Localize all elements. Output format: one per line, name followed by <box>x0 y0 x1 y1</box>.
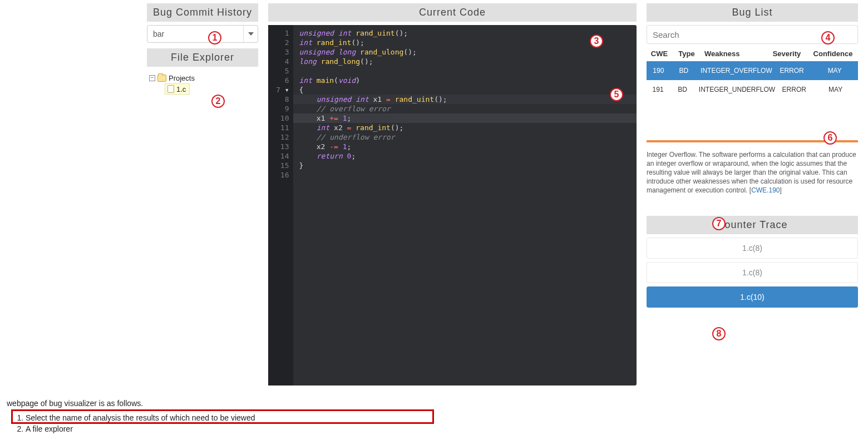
gutter-line: 11 <box>276 123 289 132</box>
bottom-intro: webpage of bug visualizer is as follows. <box>7 399 861 408</box>
trace-item[interactable]: 1.c(10) <box>647 286 858 308</box>
col-sev: Severity <box>766 50 808 58</box>
code-editor[interactable]: 1234567 ▾8910111213141516 unsigned int r… <box>268 25 637 385</box>
gutter-line: 14 <box>276 151 289 161</box>
code-line: return 0; <box>299 151 637 161</box>
code-line: unsigned int rand_uint(); <box>299 28 637 38</box>
counter-trace-header: Counter Trace <box>647 216 858 234</box>
bug-cell-type: BD <box>670 67 697 75</box>
gutter-line: 16 <box>276 170 289 180</box>
counter-trace-list: 1.c(8)1.c(8)1.c(10) <box>647 238 858 308</box>
gutter-line: 8 <box>276 95 289 104</box>
code-line: int x2 = rand_int(); <box>299 123 637 132</box>
code-line: x2 -= 1; <box>299 142 637 151</box>
bug-table-header: CWE Type Weakness Severity Confidence <box>647 48 858 61</box>
code-line: x1 += 1; <box>293 113 637 123</box>
bug-cell-weak: INTEGER_UNDERFLOW <box>696 86 775 93</box>
folder-icon <box>157 75 166 82</box>
bug-cell-cwe: 190 <box>647 67 670 75</box>
gutter-line: 3 <box>276 47 289 57</box>
gutter-line: 4 <box>276 57 289 66</box>
bug-list-header: Bug List <box>647 3 858 22</box>
code-line <box>299 66 637 76</box>
bug-description: Integer Overflow. The software performs … <box>647 150 858 195</box>
bug-commit-history-header: Bug Commit History <box>147 3 258 22</box>
bug-cell-weak: INTEGER_OVERFLOW <box>697 67 772 75</box>
code-line: unsigned long rand_ulong(); <box>299 47 637 57</box>
code-body[interactable]: unsigned int rand_uint();int rand_int();… <box>293 25 637 385</box>
current-code-header: Current Code <box>268 3 637 22</box>
bug-cell-conf: MAY <box>813 86 858 93</box>
file-explorer-header: File Explorer <box>147 48 258 67</box>
code-line: // overflow error <box>299 104 637 113</box>
code-line: int main(void) <box>299 76 637 85</box>
tree-file-1c[interactable]: 1.c <box>165 83 190 95</box>
bug-table: CWE Type Weakness Severity Confidence 19… <box>647 48 858 99</box>
gutter-line: 10 <box>276 113 289 123</box>
gutter-line: 6 <box>276 76 289 85</box>
tree-folder-projects[interactable]: − Projects <box>149 72 258 83</box>
bug-row[interactable]: 190BDINTEGER_OVERFLOWERRORMAY <box>647 61 858 80</box>
code-line: unsigned int x1 = rand_uint(); <box>293 95 637 104</box>
analysis-select[interactable]: bar <box>147 25 258 43</box>
code-line: // underflow error <box>299 132 637 142</box>
file-tree: − Projects 1.c <box>147 70 258 95</box>
bug-cell-cwe: 191 <box>647 86 669 93</box>
gutter-line: 5 <box>276 66 289 76</box>
gutter-line: 7 ▾ <box>276 85 289 95</box>
col-conf: Confidence <box>808 50 858 58</box>
code-line: long rand_long(); <box>299 57 637 66</box>
collapse-icon[interactable]: − <box>149 75 155 81</box>
analysis-select-value: bar <box>153 29 164 38</box>
code-line <box>299 170 637 180</box>
code-gutter: 1234567 ▾8910111213141516 <box>268 25 293 385</box>
bug-search-input[interactable] <box>647 25 858 44</box>
gutter-line: 9 <box>276 104 289 113</box>
bug-row[interactable]: 191BDINTEGER_UNDERFLOWERRORMAY <box>647 80 858 99</box>
col-cwe: CWE <box>647 50 672 58</box>
bug-cell-conf: MAY <box>811 67 858 75</box>
bug-cell-type: BD <box>669 86 696 93</box>
gutter-line: 12 <box>276 132 289 142</box>
file-icon <box>167 85 174 93</box>
bottom-list-item: A file explorer <box>26 424 861 433</box>
tree-folder-label: Projects <box>169 74 195 82</box>
bottom-list-item: Select the name of analysis the results … <box>26 413 861 422</box>
bug-cell-sev: ERROR <box>772 67 812 75</box>
trace-item[interactable]: 1.c(8) <box>647 238 858 259</box>
code-line: { <box>299 85 637 95</box>
code-line: int rand_int(); <box>299 38 637 47</box>
tree-file-label: 1.c <box>176 85 186 93</box>
code-line: } <box>299 161 637 170</box>
gutter-line: 1 <box>276 28 289 38</box>
col-weak: Weakness <box>701 50 766 58</box>
chevron-down-icon <box>243 26 258 42</box>
gutter-line: 13 <box>276 142 289 151</box>
bottom-list: Select the name of analysis the results … <box>26 413 861 435</box>
gutter-line: 15 <box>276 161 289 170</box>
divider-orange <box>647 140 858 142</box>
gutter-line: 2 <box>276 38 289 47</box>
bug-cell-sev: ERROR <box>775 86 813 93</box>
trace-item[interactable]: 1.c(8) <box>647 262 858 283</box>
cwe-link[interactable]: CWE.190 <box>751 186 780 194</box>
col-type: Type <box>672 50 701 58</box>
